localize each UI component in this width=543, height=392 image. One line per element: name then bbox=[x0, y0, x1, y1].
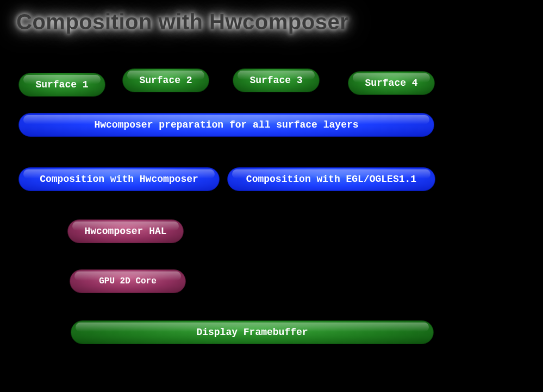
node-gpu-2d-core: GPU 2D Core bbox=[70, 269, 186, 293]
node-label: Display Framebuffer bbox=[196, 327, 308, 338]
node-composition-hwcomposer: Composition with Hwcomposer bbox=[18, 167, 220, 191]
node-composition-egl: Composition with EGL/OGLES1.1 bbox=[227, 167, 435, 191]
node-surface-1: Surface 1 bbox=[18, 73, 105, 97]
node-label: Hwcomposer HAL bbox=[84, 226, 166, 237]
node-label: Composition with Hwcomposer bbox=[40, 174, 198, 185]
page-title: Composition with Hwcomposer bbox=[16, 10, 348, 34]
node-label: Surface 4 bbox=[365, 78, 417, 88]
node-display-framebuffer: Display Framebuffer bbox=[71, 320, 434, 344]
node-label: Composition with EGL/OGLES1.1 bbox=[246, 174, 416, 185]
node-surface-4: Surface 4 bbox=[348, 71, 435, 95]
node-label: Surface 1 bbox=[35, 79, 88, 90]
node-label: Surface 2 bbox=[139, 75, 192, 86]
node-label: Surface 3 bbox=[249, 75, 302, 86]
node-surface-2: Surface 2 bbox=[122, 68, 209, 92]
node-hwcomposer-hal: Hwcomposer HAL bbox=[67, 219, 184, 243]
node-hwc-preparation: Hwcomposer preparation for all surface l… bbox=[18, 113, 434, 137]
node-label: GPU 2D Core bbox=[99, 276, 157, 286]
node-label: Hwcomposer preparation for all surface l… bbox=[94, 119, 358, 130]
node-surface-3: Surface 3 bbox=[233, 68, 320, 92]
